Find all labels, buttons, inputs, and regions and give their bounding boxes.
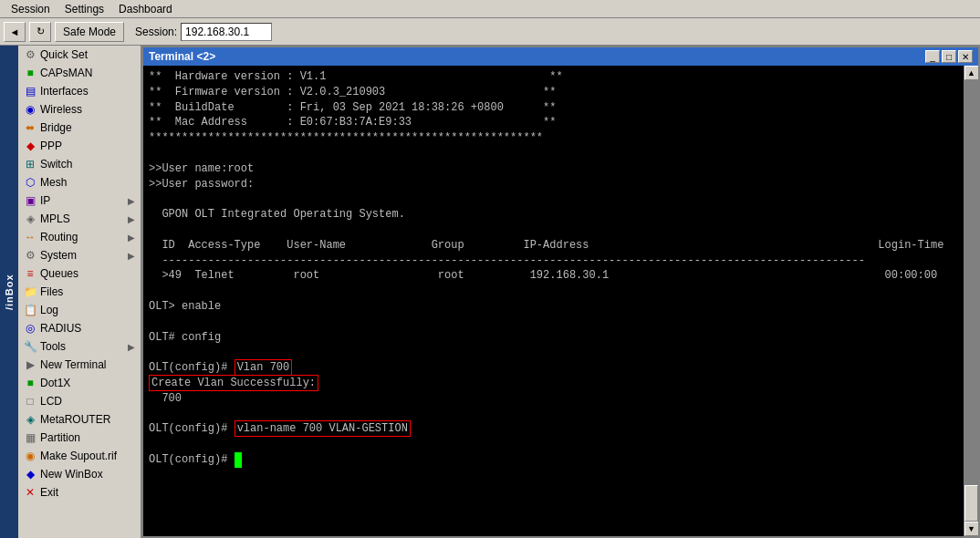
terminal-line-12: OLT> enable xyxy=(149,300,221,313)
system-arrow: ▶ xyxy=(128,251,135,261)
terminal-line-10: ----------------------------------------… xyxy=(149,254,865,267)
wireless-icon: ◉ xyxy=(24,103,36,116)
sidebar-item-radius[interactable]: ◎ RADIUS xyxy=(18,319,141,337)
toolbar-refresh-btn[interactable]: ↻ xyxy=(29,22,51,42)
system-icon: ⚙ xyxy=(24,249,36,262)
terminal-line-3: ** BuildDate : Fri, 03 Sep 2021 18:38:26… xyxy=(149,101,556,114)
radius-icon: ◎ xyxy=(24,322,36,335)
interfaces-icon: ▤ xyxy=(24,85,36,98)
sidebar-item-queues[interactable]: ≡ Queues xyxy=(18,264,141,283)
terminal-highlight-create: Create Vlan Successfully: xyxy=(149,375,318,391)
tools-icon: 🔧 xyxy=(24,340,36,353)
sidebar-label: Dot1X xyxy=(40,377,70,389)
terminal-highlight-vlan: Vlan 700 xyxy=(235,359,293,376)
session-label: Session: xyxy=(135,26,177,38)
files-icon: 📁 xyxy=(24,285,36,298)
sidebar-item-ppp[interactable]: ◆ PPP xyxy=(18,137,141,155)
lcd-icon: □ xyxy=(24,395,36,408)
scroll-up-arrow[interactable]: ▲ xyxy=(964,66,979,80)
terminal-line-13: OLT# config xyxy=(149,331,221,344)
sidebar-label: Wireless xyxy=(40,103,82,116)
ppp-icon: ◆ xyxy=(24,140,36,152)
sidebar-item-files[interactable]: 📁 Files xyxy=(18,283,141,301)
menu-session[interactable]: Session xyxy=(4,1,57,17)
menu-dashboard[interactable]: Dashboard xyxy=(111,1,180,17)
sidebar-item-lcd[interactable]: □ LCD xyxy=(18,392,141,410)
sidebar-label: Bridge xyxy=(40,121,72,134)
mpls-icon: ◈ xyxy=(24,212,36,225)
sidebar-item-mpls[interactable]: ◈ MPLS ▶ xyxy=(18,210,141,228)
sidebar-item-system[interactable]: ⚙ System ▶ xyxy=(18,246,141,264)
sidebar-item-exit[interactable]: ✕ Exit xyxy=(18,483,141,502)
scroll-track[interactable] xyxy=(964,80,978,522)
sidebar-item-make-supout[interactable]: ◉ Make Supout.rif xyxy=(18,447,141,465)
menu-bar: Session Settings Dashboard xyxy=(0,0,980,18)
terminal-maximize-btn[interactable]: □ xyxy=(942,50,956,63)
dot1x-icon: ■ xyxy=(24,377,36,389)
sidebar-label: IP xyxy=(40,194,50,207)
tools-arrow: ▶ xyxy=(128,342,135,352)
terminal-line-8: GPON OLT Integrated Operating System. xyxy=(149,208,405,221)
bridge-icon: ⬌ xyxy=(24,121,36,134)
sidebar-item-log[interactable]: 📋 Log xyxy=(18,301,141,319)
sidebar-label: Files xyxy=(40,285,63,298)
mesh-icon: ⬡ xyxy=(24,176,36,189)
sidebar-item-new-winbox[interactable]: ◆ New WinBox xyxy=(18,465,141,483)
partition-icon: ▦ xyxy=(24,431,36,444)
sidebar-item-capsman[interactable]: ■ CAPsMAN xyxy=(18,64,141,82)
toolbar-back-btn[interactable]: ◄ xyxy=(4,22,26,42)
sidebar-item-ip[interactable]: ▣ IP ▶ xyxy=(18,191,141,210)
menu-settings[interactable]: Settings xyxy=(57,1,111,17)
sidebar-label: Quick Set xyxy=(40,48,88,61)
terminal-line-5: ****************************************… xyxy=(149,131,543,144)
sidebar-label: Mesh xyxy=(40,176,67,189)
metarouter-icon: ◈ xyxy=(24,413,36,426)
sidebar-label: Exit xyxy=(40,486,58,499)
quick-set-icon: ⚙ xyxy=(24,48,36,61)
sidebar-item-interfaces[interactable]: ▤ Interfaces xyxy=(18,82,141,100)
sidebar-item-wireless[interactable]: ◉ Wireless xyxy=(18,100,141,119)
routing-icon: ↔ xyxy=(24,231,36,243)
sidebar-item-new-terminal[interactable]: ▶ New Terminal xyxy=(18,356,141,374)
terminal-line-15: Create Vlan Successfully: xyxy=(149,375,318,391)
scroll-down-arrow[interactable]: ▼ xyxy=(964,522,979,536)
winbox-label: /inBox xyxy=(0,46,18,538)
ip-icon: ▣ xyxy=(24,194,36,207)
safe-mode-button[interactable]: Safe Mode xyxy=(55,22,124,42)
sidebar-item-bridge[interactable]: ⬌ Bridge xyxy=(18,119,141,137)
scroll-thumb[interactable] xyxy=(964,485,978,522)
sidebar-item-mesh[interactable]: ⬡ Mesh xyxy=(18,173,141,191)
mpls-arrow: ▶ xyxy=(128,214,135,224)
sidebar-item-quick-set[interactable]: ⚙ Quick Set xyxy=(18,46,141,64)
content-area: Terminal <2> _ □ ✕ ** Hardware version :… xyxy=(141,46,980,538)
sidebar-item-switch[interactable]: ⊞ Switch xyxy=(18,155,141,173)
session-input[interactable] xyxy=(181,23,272,41)
terminal-body[interactable]: ** Hardware version : V1.1 ** ** Firmwar… xyxy=(143,66,964,536)
sidebar-item-partition[interactable]: ▦ Partition xyxy=(18,429,141,447)
terminal-window: Terminal <2> _ □ ✕ ** Hardware version :… xyxy=(141,46,980,538)
queues-icon: ≡ xyxy=(24,267,36,280)
terminal-line-1: ** Hardware version : V1.1 ** xyxy=(149,70,563,83)
sidebar-label: MPLS xyxy=(40,212,70,225)
sidebar-item-metarouter[interactable]: ◈ MetaROUTER xyxy=(18,410,141,429)
sidebar-item-dot1x[interactable]: ■ Dot1X xyxy=(18,374,141,392)
terminal-line-4: ** Mac Address : E0:67:B3:7A:E9:33 ** xyxy=(149,116,556,129)
routing-arrow: ▶ xyxy=(128,233,135,243)
terminal-highlight-vlanname: vlan-name 700 VLAN-GESTION xyxy=(235,420,411,437)
sidebar-label: Log xyxy=(40,304,58,316)
terminal-minimize-btn[interactable]: _ xyxy=(925,50,940,63)
sidebar-label: MetaROUTER xyxy=(40,413,110,426)
sidebar-label: Interfaces xyxy=(40,85,89,98)
terminal-line-6: >>User name:root xyxy=(149,162,254,175)
sidebar-item-tools[interactable]: 🔧 Tools ▶ xyxy=(18,337,141,356)
terminal-close-btn[interactable]: ✕ xyxy=(958,50,973,63)
sidebar-label: CAPsMAN xyxy=(40,67,92,79)
sidebar-label: Tools xyxy=(40,340,66,353)
ip-arrow: ▶ xyxy=(128,196,135,206)
sidebar: ⚙ Quick Set ■ CAPsMAN ▤ Interfaces ◉ Wir… xyxy=(18,46,141,538)
sidebar-label: New Terminal xyxy=(40,358,106,371)
switch-icon: ⊞ xyxy=(24,158,36,171)
sidebar-item-routing[interactable]: ↔ Routing ▶ xyxy=(18,228,141,246)
terminal-titlebar: Terminal <2> _ □ ✕ xyxy=(143,47,978,66)
new-winbox-icon: ◆ xyxy=(24,468,36,481)
